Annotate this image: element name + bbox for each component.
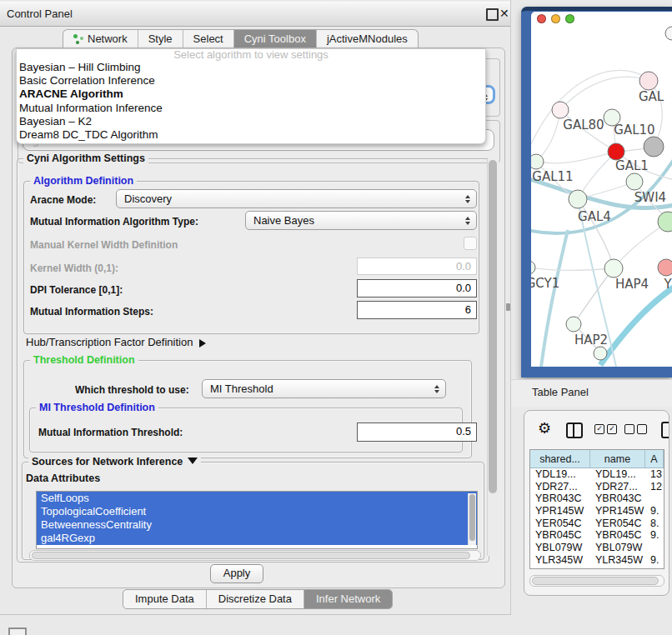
table-cell — [645, 542, 664, 554]
sources-group: Sources for Network Inference Data Attri… — [22, 462, 484, 560]
table-row[interactable]: YER054CYER054C8. — [530, 518, 664, 530]
network-node[interactable] — [531, 154, 544, 169]
table-cell: 9. — [645, 554, 664, 567]
table-row[interactable]: YIL052CYIL052C9. — [530, 567, 664, 570]
table-row[interactable]: YDL19...YDL19...13 — [530, 468, 664, 481]
table-cell: YBR043C — [530, 492, 590, 505]
application-root: Control Panel ✕ Network Style Select Cyn… — [0, 0, 672, 635]
tab-select[interactable]: Select — [183, 30, 234, 49]
mi-steps-field[interactable]: 6 — [357, 301, 477, 319]
data-attribute-item[interactable]: SelfLoops — [37, 492, 477, 505]
table-cell: YPR145W — [590, 505, 645, 518]
gear-icon[interactable]: ⚙ — [538, 421, 551, 436]
network-node-label: GCY1 — [531, 276, 559, 291]
data-attribute-item[interactable]: BetweennessCentrality — [37, 518, 477, 532]
splitter-handle[interactable] — [506, 303, 510, 311]
table-cell: 13 — [645, 468, 664, 481]
algorithm-dropdown-popup: Select algorithm to view settings Bayesi… — [16, 48, 486, 144]
minimize-traffic-light[interactable] — [551, 14, 560, 23]
which-threshold-combo[interactable]: MI Threshold — [202, 379, 446, 398]
tab-style[interactable]: Style — [138, 30, 183, 49]
network-node-label: HAP4 — [615, 277, 649, 292]
tab-label: Impute Data — [135, 592, 194, 605]
checked-box-icon[interactable]: ✓ — [607, 424, 617, 434]
table-row[interactable]: YBR045CYBR045C9. — [530, 529, 664, 542]
network-canvas[interactable]: GALGAL80GAL10GAL1GAL11SWI4GAL4GCY1HAP4YH… — [531, 12, 672, 367]
settings-vertical-scrollbar[interactable] — [487, 158, 499, 556]
table-row[interactable]: YDR27...YDR27...12 — [530, 481, 664, 493]
kernel-width-field[interactable]: 0.0 — [357, 258, 477, 275]
list-vertical-scrollbar[interactable] — [468, 493, 476, 545]
apply-button[interactable]: Apply — [210, 564, 263, 583]
table-cell: YER054C — [530, 518, 590, 530]
aracne-mode-label: Aracne Mode: — [30, 194, 96, 206]
network-node-label: GAL10 — [614, 122, 654, 138]
threshold-definition-group: Threshold Definition Which threshold to … — [23, 360, 472, 458]
network-node[interactable] — [569, 190, 587, 208]
data-attributes-list[interactable]: SelfLoopsTopologicalCoefficientBetweenne… — [36, 491, 478, 549]
table-cell — [645, 492, 664, 505]
table-row[interactable]: YPR145WYPR145W9. — [530, 505, 664, 518]
collapsed-panel-icon[interactable] — [8, 628, 27, 635]
network-node[interactable] — [604, 259, 623, 278]
close-panel-icon[interactable]: ✕ — [499, 7, 509, 20]
sources-horizontal-scrollbar[interactable] — [29, 550, 481, 561]
network-node[interactable] — [639, 72, 658, 90]
network-node[interactable] — [531, 261, 535, 274]
mi-algorithm-type-combo[interactable]: Naive Bayes — [245, 211, 477, 230]
algorithm-option[interactable]: Dream8 DC_TDC Algorithm — [17, 128, 485, 142]
data-attribute-item[interactable]: gal4RGexp — [37, 532, 477, 545]
algorithm-option[interactable]: Basic Correlation Inference — [17, 74, 485, 88]
column-header[interactable]: A — [645, 450, 664, 468]
float-window-icon[interactable] — [486, 8, 499, 21]
data-attribute-item[interactable]: TopologicalCoefficient — [37, 505, 477, 518]
network-node[interactable] — [658, 212, 672, 232]
dpi-tolerance-field[interactable]: 0.0 — [357, 279, 477, 298]
table-row[interactable]: YBL079WYBL079W — [530, 542, 664, 554]
algorithm-option[interactable]: ARACNE Algorithm — [17, 88, 485, 101]
tab-jactivemnodules[interactable]: jActiveMNodules — [317, 30, 418, 49]
tab-impute-data[interactable]: Impute Data — [123, 590, 207, 608]
tab-discretize-data[interactable]: Discretize Data — [207, 590, 304, 608]
tab-network[interactable]: Network — [63, 30, 138, 49]
group-title: MI Threshold Definition — [36, 402, 158, 413]
aracne-mode-combo[interactable]: Discovery — [116, 189, 477, 208]
network-node[interactable] — [594, 347, 607, 360]
network-node[interactable] — [608, 143, 624, 160]
unchecked-box-icon[interactable] — [624, 424, 634, 434]
hub-definition-label: Hub/Transcription Factor Definition — [26, 336, 193, 348]
partial-toolbar-icon[interactable] — [661, 422, 669, 438]
column-header[interactable]: name — [590, 450, 645, 468]
tab-label: jActiveMNodules — [327, 32, 408, 45]
table-cell: 8. — [645, 518, 664, 530]
mi-threshold-field[interactable]: 0.5 — [357, 422, 477, 442]
column-header[interactable]: shared... — [530, 450, 590, 468]
network-node[interactable] — [626, 173, 643, 190]
manual-kernel-width-checkbox[interactable] — [464, 237, 477, 250]
split-pane-icon[interactable] — [566, 422, 583, 438]
table-horizontal-scrollbar[interactable] — [529, 575, 664, 587]
table-row[interactable]: YBR043CYBR043C — [530, 492, 664, 505]
data-attributes-label: Data Attributes — [26, 472, 100, 484]
tab-cyni-toolbox[interactable]: Cyni Toolbox — [234, 30, 317, 49]
zoom-traffic-light[interactable] — [565, 14, 574, 23]
hub-definition-section[interactable]: Hub/Transcription Factor Definition — [26, 336, 210, 348]
network-node[interactable] — [665, 27, 672, 40]
node-table[interactable]: shared...nameA YDL19...YDL19...13YDR27..… — [529, 449, 664, 569]
algorithm-option[interactable]: Bayesian – Hill Climbing — [17, 61, 485, 74]
algorithm-option[interactable]: Bayesian – K2 — [17, 115, 485, 128]
network-node[interactable] — [552, 102, 569, 118]
unchecked-box-icon[interactable] — [637, 424, 647, 434]
network-node[interactable] — [658, 259, 672, 276]
network-view-window[interactable]: GALGAL80GAL10GAL1GAL11SWI4GAL4GCY1HAP4YH… — [531, 12, 672, 367]
close-traffic-light[interactable] — [537, 14, 546, 23]
checked-box-icon[interactable]: ✓ — [594, 424, 604, 434]
network-node[interactable] — [644, 137, 664, 157]
tab-infer-network[interactable]: Infer Network — [304, 590, 392, 608]
mi-steps-label: Mutual Information Steps: — [30, 306, 153, 318]
algorithm-option[interactable]: Mutual Information Inference — [17, 102, 485, 115]
table-cell: YDR27... — [530, 481, 590, 493]
network-node[interactable] — [566, 317, 581, 332]
table-row[interactable]: YLR345WYLR345W9. — [530, 554, 664, 567]
network-node-label: GAL1 — [615, 158, 649, 173]
